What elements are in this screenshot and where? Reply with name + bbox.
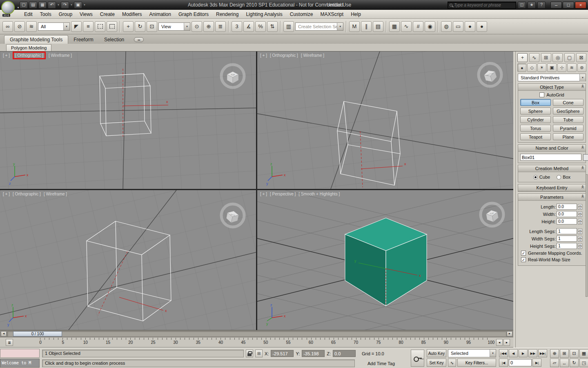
listener-pane[interactable]: Welcome to M — [0, 359, 40, 368]
edit-named-selection-sets-icon[interactable]: ▥ — [283, 21, 294, 32]
set-key-button[interactable]: Set Key — [427, 359, 446, 367]
graphite-ribbon-toggle-icon[interactable]: ▦ — [389, 21, 400, 32]
frame-tick-label[interactable]: 70 — [351, 340, 361, 345]
spinner-snap-icon[interactable]: ⇅ — [267, 21, 278, 32]
menu-item[interactable]: Views — [76, 10, 96, 18]
rollout-header-creation-method[interactable]: Creation Method — [518, 165, 586, 172]
frame-tick-label[interactable]: 65 — [328, 340, 338, 345]
viewport-top-right-active[interactable]: [ + ] [ Orthographic ] [ Wireframe ] — [257, 52, 513, 189]
tab-create-icon[interactable]: + — [517, 53, 528, 62]
time-slider-track[interactable]: 0 / 100 — [7, 331, 506, 337]
rectangular-selection-region-icon[interactable] — [95, 21, 105, 32]
object-type-button[interactable]: Sphere — [520, 108, 551, 114]
category-spacewarps-icon[interactable]: ≋ — [567, 63, 576, 72]
menu-item[interactable]: Edit — [20, 10, 36, 18]
select-and-rotate-icon[interactable]: ↻ — [135, 21, 145, 32]
dropdown-arrow-icon[interactable] — [337, 23, 343, 30]
creation-method-radio[interactable]: Box — [557, 175, 570, 180]
viewport-bottom-right[interactable]: [ + ] [ Perspective ] [ Smooth + Highlig… — [257, 190, 513, 330]
zoom-extents-all-icon[interactable]: ▦ — [579, 349, 588, 358]
dropdown-arrow-icon[interactable] — [63, 23, 69, 30]
viewport-menu-pov[interactable]: [ Orthographic ] — [13, 192, 41, 196]
tab-modify-icon[interactable]: ∿ — [529, 53, 539, 62]
app-logo[interactable]: 3DS ▼ — [1, 1, 16, 16]
macro-recorder-pane[interactable] — [0, 349, 40, 358]
render-production-icon[interactable]: ● — [465, 21, 475, 32]
maximize-viewport-toggle-icon[interactable]: ◳ — [579, 359, 588, 367]
viewport-top-left[interactable]: [ + ] [ Orthographic ] [ Wireframe ] — [0, 52, 256, 189]
viewport-menu-shading[interactable]: [ Wireframe ] — [49, 53, 72, 58]
save-file-icon[interactable]: ▦ — [38, 2, 47, 9]
parameter-input[interactable] — [557, 243, 577, 249]
zoom-extents-icon[interactable]: ⊡ — [570, 349, 579, 358]
redo-icon[interactable]: ↷ — [61, 2, 69, 9]
time-step-left-icon[interactable]: ◄ — [1, 331, 7, 337]
snaps-toggle-icon[interactable]: 3 — [232, 21, 242, 32]
menu-item[interactable]: Help — [347, 10, 365, 18]
category-lights-icon[interactable]: ☀ — [537, 63, 546, 72]
layer-manager-icon[interactable]: ▤ — [373, 21, 383, 32]
viewport-menu-pov-highlighted[interactable]: [ Orthographic ] — [13, 52, 46, 59]
object-type-button[interactable]: Cylinder — [520, 116, 551, 123]
rollout-header-keyboard-entry[interactable]: Keyboard Entry — [518, 184, 586, 191]
mirror-icon[interactable]: M — [349, 21, 360, 32]
menu-item[interactable]: MAXScript — [316, 10, 347, 18]
frame-tick-label[interactable]: 0 — [36, 340, 45, 345]
spinner-control[interactable] — [578, 229, 582, 234]
favorites-star-icon[interactable]: ★ — [528, 2, 536, 9]
object-type-button[interactable]: Cone — [553, 99, 584, 106]
render-iterative-icon[interactable]: ● — [477, 21, 487, 32]
viewport-menu-pov[interactable]: [ Orthographic ] — [270, 53, 298, 58]
frame-tick-label[interactable]: 80 — [396, 340, 406, 345]
radio-icon[interactable] — [557, 175, 561, 180]
object-type-button[interactable]: Box — [520, 99, 551, 106]
key-filters-button[interactable]: Key Filters... — [457, 359, 496, 367]
menu-item[interactable]: Group — [55, 10, 76, 18]
ribbon-tab[interactable]: Graphite Modeling Tools — [4, 35, 68, 44]
rollout-header-parameters[interactable]: Parameters — [518, 194, 586, 201]
tab-utilities-icon[interactable]: ⊠ — [576, 53, 586, 62]
frame-tick-label[interactable]: 85 — [419, 340, 428, 345]
play-icon[interactable]: ▶ — [519, 349, 528, 357]
category-systems-icon[interactable]: ⊛ — [577, 63, 586, 72]
autogrid-checkbox[interactable] — [539, 92, 544, 97]
angle-snap-icon[interactable]: ∡ — [243, 21, 254, 32]
undo-icon[interactable]: ↶ — [48, 2, 56, 9]
schematic-view-icon[interactable]: # — [413, 21, 423, 32]
time-slider-handle[interactable]: 0 / 100 — [13, 331, 62, 337]
dropdown-arrow-icon[interactable] — [579, 74, 586, 81]
window-crossing-icon[interactable] — [107, 21, 117, 32]
tab-hierarchy-icon[interactable]: ⊞ — [541, 53, 551, 62]
object-type-button[interactable]: Teapot — [520, 133, 551, 140]
spinner-control[interactable] — [578, 204, 582, 210]
frame-tick-label[interactable]: 55 — [283, 340, 293, 345]
frame-tick-label[interactable]: 10 — [80, 340, 90, 345]
menu-item[interactable]: Rendering — [212, 10, 242, 18]
polygon-modeling-panel-tab[interactable]: Polygon Modeling — [6, 44, 51, 51]
help-icon[interactable]: ? — [537, 2, 546, 9]
parameter-input[interactable] — [557, 218, 577, 224]
menu-item[interactable]: Graph Editors — [175, 10, 212, 18]
menu-item[interactable]: Tools — [36, 10, 55, 18]
pan-icon[interactable]: ↔ — [560, 359, 569, 367]
spinner-control[interactable] — [578, 219, 582, 224]
app-menu-dropdown-icon[interactable]: ▼ — [17, 6, 20, 9]
go-to-start-icon[interactable]: |◀◀ — [499, 349, 508, 357]
render-setup-icon[interactable]: ◍ — [441, 21, 452, 32]
previous-key-icon[interactable]: |◀ — [499, 359, 508, 367]
track-bar[interactable]: ≣ 05101520253035404550556065707580859095… — [0, 337, 513, 348]
object-type-button[interactable]: Pyramid — [553, 125, 584, 132]
selection-filter-dropdown[interactable]: All — [38, 22, 70, 31]
maximize-button[interactable]: □ — [563, 2, 574, 9]
radio-icon[interactable] — [533, 175, 538, 180]
ribbon-tab[interactable]: Freeform — [68, 36, 99, 44]
align-icon[interactable]: ∥ — [361, 21, 372, 32]
field-of-view-icon[interactable]: ▱ — [550, 359, 559, 367]
ribbon-tab[interactable]: Selection — [99, 36, 129, 44]
previous-frame-icon[interactable]: ◀ — [509, 349, 518, 357]
infocenter-search[interactable] — [448, 2, 516, 9]
category-helpers-icon[interactable]: ⊹ — [557, 63, 566, 72]
checkbox-icon[interactable] — [521, 257, 526, 262]
object-type-button[interactable]: GeoSphere — [553, 108, 584, 114]
project-dropdown-icon[interactable]: ▼ — [83, 4, 86, 6]
